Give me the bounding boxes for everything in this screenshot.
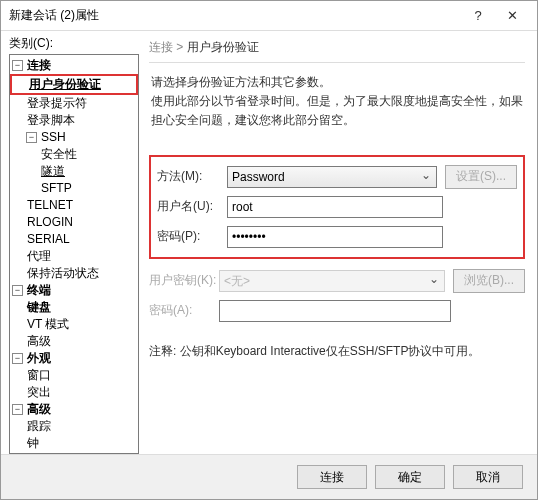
tree-node-rlogin[interactable]: RLOGIN [10, 214, 138, 231]
ok-button[interactable]: 确定 [375, 465, 445, 489]
description: 请选择身份验证方法和其它参数。 使用此部分以节省登录时间。但是，为了最大限度地提… [149, 63, 525, 141]
tree-node-ssh[interactable]: −SSH [10, 129, 138, 146]
password-label: 密码(P): [157, 228, 227, 245]
tree-node-login-script[interactable]: 登录脚本 [10, 112, 138, 129]
tree-node-security[interactable]: 安全性 [10, 146, 138, 163]
tree-node-term-advanced[interactable]: 高级 [10, 333, 138, 350]
tree-node-login-prompt[interactable]: 登录提示符 [10, 95, 138, 112]
tree-node-vtmode[interactable]: VT 模式 [10, 316, 138, 333]
userkey-select: <无> [219, 270, 445, 292]
collapse-icon[interactable]: − [12, 60, 23, 71]
tree-node-tunnel[interactable]: 隧道 [10, 163, 138, 180]
breadcrumb-root[interactable]: 连接 [149, 40, 173, 54]
collapse-icon[interactable]: − [12, 404, 23, 415]
highlighted-group: 方法(M): Password 设置(S)... 用户名(U): [149, 155, 525, 259]
tree-node-advanced[interactable]: −高级 [10, 401, 138, 418]
tree-node-connection[interactable]: −连接 [10, 57, 138, 74]
tree-node-trace[interactable]: 跟踪 [10, 418, 138, 435]
tree-node-sftp[interactable]: SFTP [10, 180, 138, 197]
collapse-icon[interactable]: − [12, 285, 23, 296]
left-panel: 类别(C): −连接 用户身份验证 登录提示符 登录脚本 −SSH 安全性 隧道 [9, 35, 139, 454]
tree-node-keyboard[interactable]: 键盘 [10, 299, 138, 316]
desc-line2: 使用此部分以节省登录时间。但是，为了最大限度地提高安全性，如果担心安全问题，建议… [151, 92, 523, 130]
username-label: 用户名(U): [157, 198, 227, 215]
dialog-window: 新建会话 (2)属性 ? ✕ 类别(C): −连接 用户身份验证 登录提示符 登… [0, 0, 538, 500]
userkey-label: 用户密钥(K): [149, 272, 219, 289]
tree-node-telnet[interactable]: TELNET [10, 197, 138, 214]
desc-line1: 请选择身份验证方法和其它参数。 [151, 73, 523, 92]
connect-button[interactable]: 连接 [297, 465, 367, 489]
tree-node-window[interactable]: 窗口 [10, 367, 138, 384]
settings-button[interactable]: 设置(S)... [445, 165, 517, 189]
passphrase-input [219, 300, 451, 322]
collapse-icon[interactable]: − [12, 353, 23, 364]
tree-node-auth[interactable]: 用户身份验证 [12, 76, 136, 93]
passphrase-label: 密码(A): [149, 302, 219, 319]
form-area: 方法(M): Password 设置(S)... 用户名(U): [149, 155, 525, 360]
dialog-footer: 连接 确定 取消 [1, 454, 537, 499]
tree-node-bell[interactable]: 钟 [10, 435, 138, 452]
dialog-body: 类别(C): −连接 用户身份验证 登录提示符 登录脚本 −SSH 安全性 隧道 [1, 31, 537, 454]
method-label: 方法(M): [157, 168, 227, 185]
right-panel: 连接 > 用户身份验证 请选择身份验证方法和其它参数。 使用此部分以节省登录时间… [145, 35, 529, 454]
help-button[interactable]: ? [461, 8, 495, 23]
titlebar: 新建会话 (2)属性 ? ✕ [1, 1, 537, 31]
cancel-button[interactable]: 取消 [453, 465, 523, 489]
browse-button: 浏览(B)... [453, 269, 525, 293]
window-title: 新建会话 (2)属性 [9, 7, 461, 24]
close-button[interactable]: ✕ [495, 8, 529, 23]
category-label: 类别(C): [9, 35, 139, 52]
breadcrumb-sep: > [176, 40, 183, 54]
tree-node-terminal[interactable]: −终端 [10, 282, 138, 299]
tree-node-appearance[interactable]: −外观 [10, 350, 138, 367]
category-tree[interactable]: −连接 用户身份验证 登录提示符 登录脚本 −SSH 安全性 隧道 SFTP [9, 54, 139, 454]
collapse-icon[interactable]: − [26, 132, 37, 143]
breadcrumb: 连接 > 用户身份验证 [149, 35, 525, 63]
tree-node-proxy[interactable]: 代理 [10, 248, 138, 265]
breadcrumb-current: 用户身份验证 [187, 40, 259, 54]
tree-node-keepalive[interactable]: 保持活动状态 [10, 265, 138, 282]
username-input[interactable] [227, 196, 443, 218]
password-input[interactable] [227, 226, 443, 248]
method-select[interactable]: Password [227, 166, 437, 188]
note-text: 注释: 公钥和Keyboard Interactive仅在SSH/SFTP协议中… [149, 343, 525, 360]
tree-node-highlight[interactable]: 突出 [10, 384, 138, 401]
tree-node-serial[interactable]: SERIAL [10, 231, 138, 248]
